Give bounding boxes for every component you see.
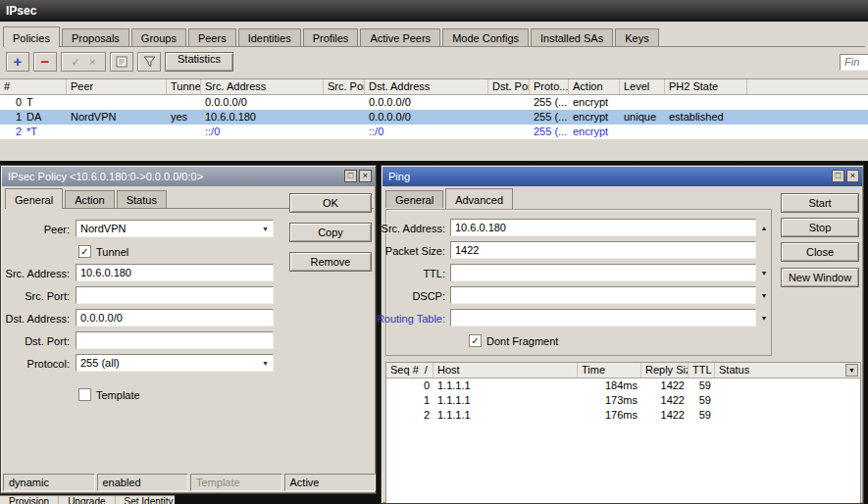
- col-dst-address[interactable]: Dst. Address: [365, 79, 488, 94]
- cell-proto: 255 (...: [530, 110, 569, 125]
- col-src-port[interactable]: Src. Port: [324, 79, 365, 94]
- ttl-dropdown-button[interactable]: ▼: [757, 264, 771, 281]
- ok-button[interactable]: OK: [289, 193, 372, 213]
- restore-icon: □: [348, 171, 353, 180]
- column-filter-button[interactable]: ▼: [845, 364, 858, 377]
- dst-port-field[interactable]: [76, 331, 274, 349]
- stop-button[interactable]: Stop: [781, 218, 859, 237]
- dst-address-field[interactable]: [76, 309, 274, 327]
- ping-tab-general[interactable]: General: [385, 190, 443, 208]
- routing-table-dropdown-button[interactable]: ▼: [757, 309, 771, 327]
- col-ph2-state[interactable]: PH2 State: [665, 79, 747, 94]
- dont-fragment-checkbox[interactable]: ✓: [469, 334, 482, 347]
- dscp-dropdown-button[interactable]: ▼: [757, 286, 771, 304]
- policy-row[interactable]: 0T 0.0.0.0/0 0.0.0.0/0 255 (... encrypt: [0, 95, 868, 110]
- policy-dialog-title: IPsec Policy <10.6.0.180:0->0.0.0.0/0:0>: [8, 171, 203, 182]
- peer-field[interactable]: [76, 220, 274, 237]
- src-address-label: Src. Address:: [6, 268, 70, 279]
- ttl-field[interactable]: [450, 264, 756, 281]
- remove-button[interactable]: −: [33, 52, 57, 72]
- dscp-field[interactable]: [450, 286, 756, 304]
- col-reply-size[interactable]: Reply Size: [641, 363, 689, 378]
- ping-row[interactable]: 2 1.1.1.1 176ms 1422 59: [386, 408, 860, 423]
- filter-button[interactable]: [137, 52, 161, 72]
- policy-row[interactable]: 2*T ::/0 ::/0 255 (... encrypt: [0, 125, 868, 139]
- col-status[interactable]: Status: [715, 363, 860, 378]
- close-button[interactable]: ×: [359, 170, 372, 182]
- template-checkbox[interactable]: [78, 388, 91, 401]
- spin-up-button[interactable]: ▲: [757, 219, 771, 236]
- cell-proto: 255 (...: [530, 95, 569, 110]
- ping-row[interactable]: 1 1.1.1.1 173ms 1422 59: [386, 393, 860, 408]
- col-src-address[interactable]: Src. Address: [201, 79, 324, 94]
- protocol-field[interactable]: [76, 354, 274, 372]
- cell-status: [715, 378, 860, 393]
- chevron-down-icon[interactable]: ▼: [262, 360, 269, 367]
- enable-icon[interactable]: ✓: [71, 56, 79, 69]
- col-level[interactable]: Level: [620, 79, 665, 94]
- tab-identities[interactable]: Identities: [238, 28, 301, 46]
- tab-proposals[interactable]: Proposals: [62, 28, 129, 46]
- new-window-button[interactable]: New Window: [781, 268, 859, 287]
- cell-peer: [67, 95, 167, 110]
- packet-size-label: Packet Size:: [385, 245, 445, 257]
- cell-seq: 2: [386, 408, 434, 423]
- cell-src-port: [324, 95, 365, 110]
- routing-table-field[interactable]: [450, 309, 756, 327]
- tab-mode-configs[interactable]: Mode Configs: [442, 28, 529, 46]
- col-tunnel[interactable]: Tunnel: [167, 79, 201, 94]
- tunnel-checkbox[interactable]: ✓: [78, 245, 91, 258]
- src-address-field[interactable]: [76, 264, 274, 281]
- add-button[interactable]: +: [6, 52, 29, 72]
- remove-button[interactable]: Remove: [289, 252, 372, 272]
- disable-icon[interactable]: ×: [89, 56, 95, 68]
- packet-size-field[interactable]: [450, 241, 756, 259]
- col-action[interactable]: Action: [569, 79, 620, 94]
- tab-installed-sas[interactable]: Installed SAs: [531, 28, 613, 46]
- cell-reply-size: 1422: [641, 408, 689, 423]
- menu-item-provision[interactable]: Provision: [0, 496, 59, 504]
- policy-dialog-titlebar[interactable]: IPsec Policy <10.6.0.180:0->0.0.0.0/0:0>…: [2, 167, 375, 186]
- statistics-button[interactable]: Statistics: [165, 52, 233, 72]
- close-button[interactable]: ×: [846, 170, 859, 182]
- cell-ph2-state: [665, 125, 747, 139]
- policy-tab-general[interactable]: General: [5, 188, 63, 209]
- tab-peers[interactable]: Peers: [188, 28, 236, 46]
- comment-button[interactable]: [110, 52, 133, 72]
- routing-table-label[interactable]: Routing Table:: [377, 313, 445, 325]
- tab-groups[interactable]: Groups: [131, 28, 186, 46]
- chevron-down-icon[interactable]: ▼: [262, 226, 269, 232]
- menu-item-upgrade[interactable]: Upgrade: [59, 496, 115, 504]
- col-host[interactable]: Host: [434, 363, 578, 378]
- start-button[interactable]: Start: [781, 193, 859, 213]
- policy-row-selected[interactable]: 1DA NordVPN yes 10.6.0.180 0.0.0.0/0 255…: [0, 110, 868, 125]
- col-num[interactable]: #: [0, 79, 67, 94]
- cell-status: [715, 393, 860, 408]
- tab-keys[interactable]: Keys: [615, 28, 658, 46]
- ping-tab-advanced[interactable]: Advanced: [445, 188, 513, 209]
- copy-button[interactable]: Copy: [289, 223, 372, 242]
- ping-row[interactable]: 0 1.1.1.1 184ms 1422 59: [386, 378, 860, 393]
- col-dst-port[interactable]: Dst. Port: [488, 79, 530, 94]
- menu-item-set-identity[interactable]: Set Identity: [116, 496, 176, 504]
- tab-active-peers[interactable]: Active Peers: [360, 28, 440, 46]
- tab-profiles[interactable]: Profiles: [303, 28, 359, 46]
- policy-tab-action[interactable]: Action: [65, 190, 115, 208]
- find-input[interactable]: Fin: [840, 54, 868, 71]
- col-ttl[interactable]: TTL: [689, 363, 715, 378]
- col-peer[interactable]: Peer: [67, 79, 167, 94]
- restore-button[interactable]: □: [832, 170, 844, 182]
- restore-button[interactable]: □: [344, 170, 357, 182]
- col-proto[interactable]: Proto...: [530, 79, 569, 94]
- ping-src-address-field[interactable]: [450, 219, 756, 236]
- col-seq[interactable]: Seq #/: [386, 363, 434, 378]
- src-port-field[interactable]: [76, 286, 274, 304]
- cell-num: 1DA: [0, 110, 67, 125]
- close-icon: ×: [363, 171, 368, 180]
- ping-dialog-titlebar[interactable]: Ping □ ×: [383, 167, 862, 186]
- close-ping-button[interactable]: Close: [781, 242, 859, 262]
- col-time[interactable]: Time: [578, 363, 641, 378]
- tab-policies[interactable]: Policies: [3, 26, 60, 47]
- policy-tab-status[interactable]: Status: [117, 190, 167, 208]
- ipsec-titlebar[interactable]: IPsec: [0, 0, 868, 22]
